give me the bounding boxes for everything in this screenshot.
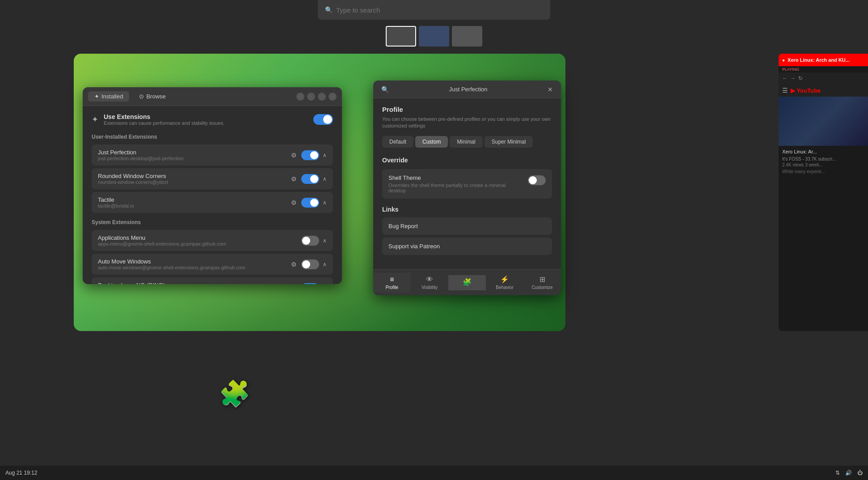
extensions-content: ✦ Use Extensions Extensions can cause pe… [83, 106, 342, 284]
jp-profile-desc: You can choose between pre-defined profi… [382, 116, 552, 130]
ext-name-just-perfection: Just Perfection [98, 149, 286, 156]
ext-id-just-perfection: just-perfection-desktop@just-perfection [98, 156, 286, 161]
user-extensions-section-title: User-Installed Extensions [92, 134, 333, 140]
window-thumb-1[interactable] [386, 26, 416, 47]
desktop: 🔍 ✦ Installed ⊙ Browse ≡ − □ ✕ [0, 0, 868, 480]
toggle-apps-menu[interactable] [301, 236, 319, 246]
use-extensions-row: ✦ Use Extensions Extensions can cause pe… [92, 113, 333, 126]
ext-name-ding: Desktop Icons NG (DING) [98, 282, 286, 284]
gear-btn-rounded[interactable]: ⚙ [290, 174, 298, 183]
extension-rounded-corners: Rounded Window Corners rounded-window-co… [92, 168, 333, 189]
use-extensions-title: Use Extensions [104, 113, 224, 120]
jp-nav-puzzle-icon: 🧩 [463, 278, 472, 286]
taskbar-right: ⇅ 🔊 ⏻ [835, 470, 863, 476]
browse-icon: ⊙ [139, 93, 144, 100]
toggle-just-perfection[interactable] [301, 150, 319, 160]
right-panel: ● Xero Linux: Arch and KU... PLAYING ← →… [779, 54, 868, 331]
bug-report-link[interactable]: Bug Report [382, 217, 552, 235]
gear-btn-just-perfection[interactable]: ⚙ [290, 151, 298, 160]
toggle-auto-move[interactable] [301, 259, 319, 269]
chevron-apps-menu[interactable]: ∧ [323, 238, 327, 244]
video-stats: 2.4K views 3 week... [782, 162, 864, 167]
extension-auto-move: Auto Move Windows auto-move-windows@gnom… [92, 254, 333, 275]
toggle-ding[interactable] [301, 283, 319, 285]
window-thumbnails [386, 26, 482, 47]
rp-header: ● Xero Linux: Arch and KU... [779, 54, 868, 66]
shell-theme-toggle[interactable] [528, 175, 546, 185]
profile-tab-default[interactable]: Default [382, 136, 413, 148]
toggle-tactile[interactable] [301, 198, 319, 208]
gear-btn-auto-move[interactable]: ⚙ [290, 260, 298, 269]
menu-button[interactable]: ≡ [296, 93, 304, 101]
video-title: Xero Linux: Ar... [782, 149, 864, 155]
video-desc: While many experie... [782, 169, 864, 174]
ext-id-rounded: rounded-window-corners@yilozt [98, 179, 286, 185]
toggle-rounded[interactable] [301, 174, 319, 184]
tab-installed[interactable]: ✦ Installed [88, 91, 129, 102]
yt-logo: ▶ YouTube [791, 87, 821, 94]
rp-reload-btn[interactable]: ↻ [798, 75, 803, 81]
rp-forward-btn[interactable]: → [790, 75, 796, 81]
jp-nav-puzzle[interactable]: 🧩 [448, 275, 486, 290]
taskbar-power-icon[interactable]: ⏻ [857, 470, 863, 476]
ext-name-tactile: Tactile [98, 196, 286, 203]
profile-tab-custom[interactable]: Custom [415, 136, 448, 148]
ext-id-apps-menu: apps-menu@gnome-shell-extensions.gcampax… [98, 241, 297, 246]
minimize-button[interactable]: − [307, 93, 315, 101]
ext-id-auto-move: auto-move-windows@gnome-shell-extensions… [98, 265, 286, 270]
jp-titlebar: 🔍 Just Perfection ✕ [373, 81, 561, 98]
system-extensions-section-title: System Extensions [92, 219, 333, 225]
profile-tab-minimal[interactable]: Minimal [450, 136, 482, 148]
jp-nav-visibility-label: Visibility [421, 285, 438, 290]
extension-ding: Desktop Icons NG (DING) ding@rastersoft.… [92, 277, 333, 284]
jp-nav-customize[interactable]: ⊞ Customize [523, 272, 561, 293]
just-perfection-window: 🔍 Just Perfection ✕ Profile You can choo… [373, 81, 561, 295]
jp-close-btn[interactable]: ✕ [546, 85, 555, 94]
close-button[interactable]: ✕ [329, 93, 337, 101]
profile-tabs: Default Custom Minimal Super Minimal [382, 136, 552, 148]
installed-icon: ✦ [94, 93, 99, 100]
chevron-rounded[interactable]: ∧ [323, 176, 327, 182]
rp-channel-name: Xero Linux: Arch and KU... [788, 57, 850, 63]
extensions-window: ✦ Installed ⊙ Browse ≡ − □ ✕ ✦ Use Exten… [83, 87, 342, 284]
chevron-tactile[interactable]: ∧ [323, 200, 327, 206]
jp-title: Just Perfection [391, 86, 546, 93]
jp-nav-visibility-icon: 👁 [426, 276, 433, 284]
taskbar: Aug 21 19:12 ⇅ 🔊 ⏻ [0, 466, 868, 480]
ext-id-tactile: tactile@lundal.io [98, 203, 286, 208]
window-thumb-3[interactable] [452, 26, 482, 47]
jp-nav-behavior[interactable]: ⚡ Behavior [486, 272, 523, 293]
chevron-auto-move[interactable]: ∧ [323, 261, 327, 268]
maximize-button[interactable]: □ [318, 93, 326, 101]
jp-profile-title: Profile [382, 106, 552, 113]
use-extensions-toggle[interactable] [313, 114, 333, 125]
search-bar: 🔍 [318, 0, 550, 20]
profile-tab-super-minimal[interactable]: Super Minimal [485, 136, 533, 148]
use-extensions-desc: Extensions can cause performance and sta… [104, 120, 224, 126]
jp-override-title: Override [382, 157, 552, 164]
puzzle-icon: 🧩 [219, 379, 250, 408]
channel-info: It's FOSS - 33.7K subscri... [782, 157, 864, 161]
chevron-just-perfection[interactable]: ∧ [323, 152, 327, 158]
taskbar-network-icon: ⇅ [835, 470, 840, 476]
jp-links-title: Links [382, 206, 552, 213]
channel-subs: 33.7K subscri... [805, 157, 836, 161]
gear-btn-tactile[interactable]: ⚙ [290, 198, 298, 207]
jp-nav-profile-icon: ≡ [390, 276, 394, 284]
support-patreon-link[interactable]: Support via Patreon [382, 238, 552, 255]
rp-yt-header: ☰ ▶ YouTube [779, 84, 868, 97]
gear-btn-ding[interactable]: ⚙ [290, 284, 298, 285]
jp-nav-visibility[interactable]: 👁 Visibility [411, 273, 448, 293]
rp-back-btn[interactable]: ← [782, 75, 788, 81]
tab-browse[interactable]: ⊙ Browse [133, 91, 172, 102]
hamburger-icon[interactable]: ☰ [782, 87, 788, 94]
taskbar-volume-icon[interactable]: 🔊 [845, 470, 852, 476]
jp-search-btn[interactable]: 🔍 [379, 85, 391, 94]
shell-theme-name: Shell Theme [388, 174, 514, 181]
search-input[interactable] [336, 6, 543, 14]
jp-nav-profile[interactable]: ≡ Profile [373, 273, 411, 293]
ext-name-apps-menu: Applications Menu [98, 234, 297, 241]
rp-nav: ← → ↻ [779, 72, 868, 84]
rp-channel-title: ● [782, 58, 785, 63]
window-thumb-2[interactable] [419, 26, 449, 47]
